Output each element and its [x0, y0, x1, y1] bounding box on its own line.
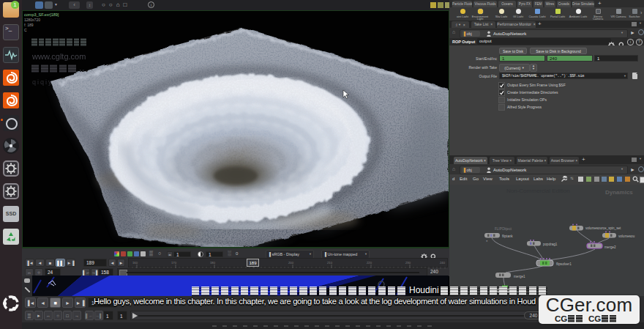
svg-text:merge2: merge2 [604, 245, 616, 249]
svg-text:comp3_SF.exr[189]: comp3_SF.exr[189] [24, 12, 59, 17]
svg-text:210: 210 [327, 261, 333, 265]
svg-text:f: 189: f: 189 [24, 23, 34, 27]
svg-text:160: 160 [132, 261, 138, 265]
svg-text:240: 240 [440, 261, 446, 265]
svg-text:FLIPObject: FLIPObject [495, 227, 512, 231]
svg-text:flipsolver1: flipsolver1 [556, 262, 572, 266]
svg-text:C: C [24, 28, 27, 32]
svg-text:fliptank: fliptank [502, 234, 513, 238]
svg-text:merge1: merge1 [514, 275, 525, 278]
svg-text:popdrag1: popdrag1 [543, 243, 558, 246]
svg-text:●: ● [486, 239, 488, 243]
svg-text:180: 180 [210, 261, 216, 265]
svg-text:220: 220 [367, 261, 372, 265]
svg-text:volumesou: volumesou [618, 234, 635, 238]
svg-text:230: 230 [405, 261, 411, 265]
svg-text:170: 170 [171, 261, 177, 265]
svg-text:200: 200 [288, 261, 294, 265]
svg-text:1280x720: 1280x720 [24, 18, 40, 22]
svg-text:volumesource_spin_set: volumesource_spin_set [585, 226, 621, 230]
